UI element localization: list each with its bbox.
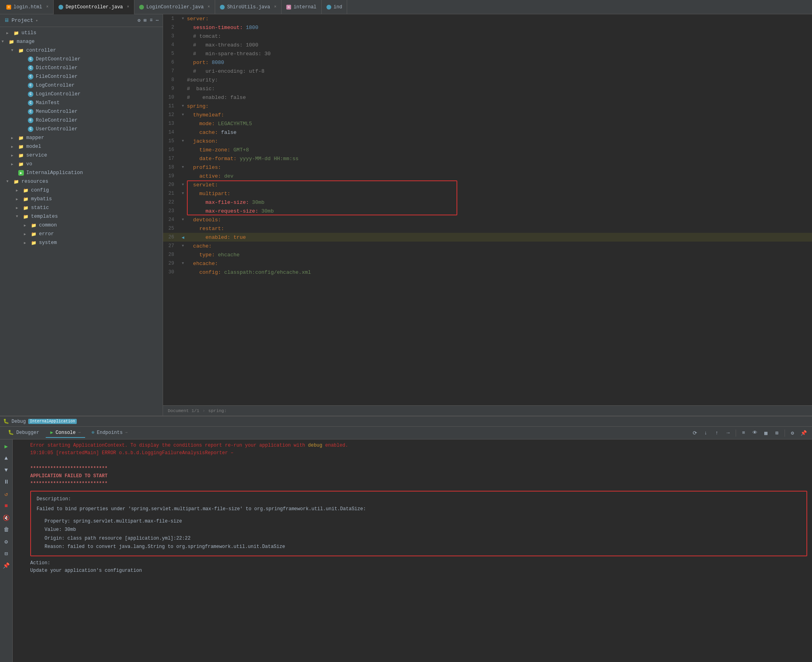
document-position: Document 1/1 [168,408,199,413]
sidebar-item-filecontroller[interactable]: C FileController [0,72,163,81]
collapse-arrow-icon: ▶ [11,136,17,140]
sidebar-header: 🖥 Project ▾ ⚙ ⊞ ≡ ⋯ [0,14,163,27]
sidebar-item-deptcontroller[interactable]: C DeptCoontroller [0,55,163,64]
sidebar-item-menucontroller[interactable]: C MenuController [0,107,163,116]
console-output[interactable]: Error starting ApplicationContext. To di… [13,439,812,662]
debug-evaluate-btn[interactable]: ≡ [738,428,749,438]
collapse-arrow-icon: ▼ [16,215,22,219]
tab-ind-label: ind [334,4,342,10]
debug-icon: 🐛 [3,418,9,424]
debug-frames-btn[interactable]: ▦ [761,428,771,438]
fold-icon[interactable]: ▼ [182,165,184,169]
folder-icon: 📁 [30,240,37,246]
code-line-23: 23 max-request-size: 30mb [163,207,812,215]
debugger-tab-label: Debugger [16,430,39,436]
mute-btn[interactable]: 🔇 [1,513,12,523]
sidebar-item-logincontroller[interactable]: C LoginController [0,90,163,99]
resume-btn[interactable]: ▶ [1,441,12,451]
sidebar-item-common[interactable]: ▶ 📁 common [0,221,163,230]
debug-step-out-btn[interactable]: ↑ [712,428,722,438]
fold-icon[interactable]: ▼ [182,192,184,196]
pin2-btn[interactable]: 📌 [1,560,12,571]
sidebar-item-service[interactable]: ▶ 📁 service [0,151,163,160]
shiro-java-icon [220,5,225,10]
tab-ind[interactable]: ind [322,0,348,14]
sidebar-item-controller[interactable]: ▼ 📁 controller [0,46,163,55]
tab-loginctrl[interactable]: LoginController.java × [134,0,215,14]
main-area: 🖥 Project ▾ ⚙ ⊞ ≡ ⋯ ▶ 📁 utils ▼ 📁 [0,14,812,416]
class-icon: C [27,74,34,79]
debug-threads-btn[interactable]: ⊞ [772,428,782,438]
sidebar-item-static[interactable]: ▶ 📁 static [0,203,163,212]
fold-icon[interactable]: ▼ [182,218,184,222]
sidebar-item-utils[interactable]: ▶ 📁 utils [0,29,163,37]
project-title: 🖥 Project ▾ [4,17,38,23]
fold-icon[interactable]: ▼ [182,17,184,21]
fold-icon[interactable]: ▼ [182,113,184,117]
sidebar-item-rolecontroller[interactable]: C RoleController [0,116,163,125]
debug-watch-btn[interactable]: 👁 [750,428,760,438]
sidebar-item-config[interactable]: ▶ 📁 config [0,186,163,195]
code-line-29: 29 ▼ ehcache: [163,259,812,268]
sidebar-item-internalapp[interactable]: ▶ InternalApplication [0,168,163,177]
debug-step-into-btn[interactable]: ↓ [701,428,711,438]
tab-dept-close[interactable]: × [127,5,129,9]
fold-icon[interactable]: ▼ [182,104,184,108]
tab-dept[interactable]: DeptCoontroller.java × [54,0,134,14]
fold-icon[interactable]: ▼ [182,261,184,265]
settings2-btn[interactable]: ⚙ [1,536,12,547]
debug-tab-console[interactable]: ▶ Console → [46,428,85,438]
fold-icon[interactable]: ▼ [182,139,184,143]
stop-btn[interactable]: ■ [1,501,12,511]
sidebar-item-error[interactable]: ▶ 📁 error [0,230,163,238]
fold-icon[interactable]: ▼ [182,183,184,187]
more-icon[interactable]: ⋯ [156,17,159,23]
code-line-28: 28 type: ehcache [163,250,812,259]
class-icon: C [27,100,34,106]
sidebar-item-model[interactable]: ▶ 📁 model [0,142,163,151]
sidebar-item-logcontroller[interactable]: C LogController [0,81,163,90]
pause-btn[interactable]: ⏸ [1,477,12,487]
code-line-30: 30 config: classpath:config/ehcache.xml [163,268,812,277]
console-line: *************************** [30,480,807,488]
action-text: Update your application's configuration [30,568,142,573]
settings-icon[interactable]: ⊞ [144,17,146,23]
scroll-up-btn[interactable]: ▲ [1,453,12,463]
layout-btn[interactable]: ⊟ [1,548,12,559]
gear-icon[interactable]: ⚙ [138,17,140,23]
clear-btn[interactable]: 🗑 [1,525,12,535]
debug-tab-debugger[interactable]: 🐛 Debugger [3,428,44,438]
tab-loginctrl-close[interactable]: × [208,5,210,9]
collapse-arrow-icon: ▼ [11,48,17,52]
breadcrumb-context: spring: [208,408,227,413]
toolbar-separator [736,430,736,437]
sidebar-item-usercontroller[interactable]: C UserController [0,125,163,134]
debug-settings-btn[interactable]: ⚙ [787,428,798,438]
restart-btn[interactable]: ↺ [1,489,12,499]
sidebar-item-resources[interactable]: ▼ 📁 resources [0,177,163,186]
code-content[interactable]: 1 ▼ server: 2 session-timeout: 1800 3 # … [163,14,812,405]
sidebar-item-maintest[interactable]: C MainTest [0,99,163,107]
sidebar-item-vo[interactable]: ▶ 📁 vo [0,160,163,168]
tab-internal[interactable]: m internal [282,0,322,14]
sidebar-item-templates[interactable]: ▼ 📁 templates [0,212,163,221]
sidebar-item-mybatis[interactable]: ▶ 📁 mybatis [0,195,163,203]
tab-shiro-close[interactable]: × [274,5,276,9]
folder-icon: 📁 [8,39,15,45]
sidebar-item-dictcontroller[interactable]: C DictController [0,64,163,72]
sidebar-item-mapper[interactable]: ▶ 📁 mapper [0,134,163,142]
sidebar-item-manage[interactable]: ▼ 📁 manage [0,37,163,46]
tab-shiro[interactable]: ShiroUtils.java × [215,0,282,14]
debug-pin-btn[interactable]: 📌 [798,428,809,438]
scroll-down-btn[interactable]: ▼ [1,465,12,475]
collapse-icon[interactable]: ≡ [150,17,153,23]
tab-login-close[interactable]: × [46,5,49,9]
sidebar-item-system[interactable]: ▶ 📁 system [0,238,163,247]
code-line-14: 14 cache: false [163,128,812,137]
tab-login[interactable]: H login.html × [2,0,54,14]
debug-run-to-cursor-btn[interactable]: → [723,428,733,438]
debug-tab-endpoints[interactable]: ⊕ Endpoints → [87,428,132,438]
debug-step-over-btn[interactable]: ⟳ [690,428,700,438]
fold-icon[interactable]: ▼ [182,244,184,248]
endpoints-tab-label: Endpoints [97,430,123,436]
